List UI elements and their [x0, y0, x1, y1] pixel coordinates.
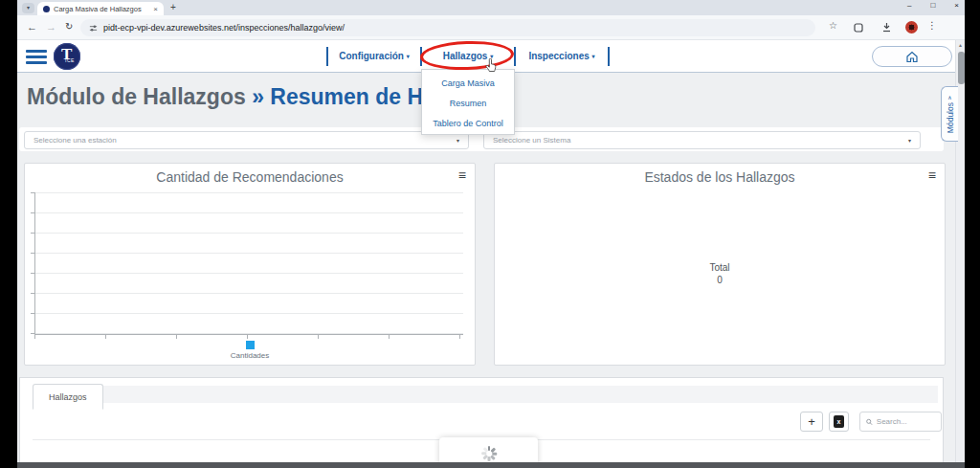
window-minimize-button[interactable]: – — [907, 1, 911, 10]
search-input[interactable] — [877, 417, 935, 426]
url-text: pidt-ecp-vpi-dev.azurewebsites.net/inspe… — [103, 23, 345, 33]
bar-chart-plot-area — [34, 192, 463, 334]
chevron-down-icon: ▾ — [908, 137, 911, 144]
chart-menu-icon[interactable]: ≡ — [928, 167, 936, 183]
window-maximize-button[interactable]: □ — [930, 1, 935, 10]
search-icon — [866, 418, 873, 426]
page-title-module: Módulo de Hallazgos — [27, 84, 246, 109]
site-info-icon[interactable] — [89, 24, 98, 33]
scroll-up-icon[interactable]: ▲ — [956, 42, 965, 48]
home-button[interactable] — [872, 46, 952, 67]
browser-toolbar: ← → ↻ pidt-ecp-vpi-dev.azurewebsites.net… — [17, 15, 965, 40]
logo-subtext: ICE — [65, 57, 75, 63]
nav-separator — [608, 47, 610, 66]
export-excel-button[interactable]: x — [829, 412, 849, 432]
bottom-strip — [17, 462, 965, 468]
tab-bar-filler — [101, 386, 938, 403]
nav-item-configuracion[interactable]: Configuración ▾ — [329, 51, 419, 61]
bookmark-star-icon[interactable]: ☆ — [829, 20, 837, 31]
scrollbar-thumb[interactable] — [958, 52, 965, 84]
total-value: 0 — [495, 274, 945, 286]
collapse-chevron-icon: ∧ — [947, 94, 951, 100]
station-select-placeholder: Seleccione una estación — [33, 136, 117, 145]
chart-legend[interactable]: Cantidades — [25, 341, 475, 360]
profile-avatar[interactable] — [905, 21, 918, 33]
system-select-placeholder: Seleccione un Sistema — [493, 136, 570, 145]
back-icon[interactable]: ← — [27, 21, 37, 33]
system-select[interactable]: Seleccione un Sistema ▾ — [483, 131, 921, 149]
cursor-pointer-icon — [485, 58, 497, 77]
tab-title: Carga Masiva de Hallazgos — [54, 5, 149, 13]
window-close-button[interactable]: × — [954, 1, 959, 10]
chart-title: Estados de los Hallazgos — [495, 169, 945, 185]
recommendations-chart-panel: Cantidad de Recomendaciones ≡ Cantidades — [24, 163, 476, 366]
tab-close-icon[interactable]: × — [153, 5, 158, 13]
pie-center-total: Total 0 — [495, 261, 945, 286]
states-chart-panel: Estados de los Hallazgos ≡ Total 0 — [494, 163, 946, 366]
home-icon — [905, 51, 919, 63]
tab-hallazgos[interactable]: Hallazgos — [33, 384, 103, 410]
menu-item-resumen[interactable]: Resumen — [422, 93, 514, 113]
grid-search — [859, 412, 942, 432]
menu-item-tablero-de-control[interactable]: Tablero de Control — [422, 113, 514, 133]
page-title-separator: » — [252, 84, 264, 109]
excel-file-icon: x — [834, 415, 844, 428]
menu-item-carga-masiva[interactable]: Carga Masiva — [422, 73, 514, 93]
window-controls: – □ × — [907, 1, 959, 10]
screen-frame: ▾ Carga Masiva de Hallazgos × + – □ × ← … — [0, 0, 980, 468]
hallazgos-dropdown-menu: Carga Masiva Resumen Tablero de Control — [421, 69, 515, 135]
add-button[interactable]: + — [800, 412, 823, 432]
chevron-down-icon: ▾ — [457, 137, 459, 144]
new-tab-button[interactable]: + — [170, 2, 176, 12]
station-select[interactable]: Seleccione una estación ▾ — [24, 131, 469, 149]
legend-marker-icon — [246, 341, 255, 349]
tab-search-icon[interactable]: ▾ — [22, 3, 34, 13]
tice-logo: T ICE — [54, 43, 80, 70]
tab-favicon — [43, 6, 50, 12]
browser-tab[interactable]: Carga Masiva de Hallazgos × — [37, 2, 164, 15]
total-label: Total — [495, 261, 945, 274]
forward-icon[interactable]: → — [46, 21, 56, 33]
chart-menu-icon[interactable]: ≡ — [458, 167, 466, 183]
browser-window: ▾ Carga Masiva de Hallazgos × + – □ × ← … — [17, 0, 965, 468]
download-icon[interactable] — [881, 22, 892, 33]
browser-menu-icon[interactable]: ⋮ — [927, 20, 937, 31]
tab-groups-icon[interactable] — [854, 23, 863, 33]
address-bar[interactable]: pidt-ecp-vpi-dev.azurewebsites.net/inspe… — [80, 19, 815, 36]
modules-tab-label: Módulos — [946, 102, 955, 133]
loading-spinner-icon — [481, 446, 497, 461]
modules-side-tab[interactable]: ∧ Módulos — [941, 86, 958, 142]
chart-title: Cantidad de Recomendaciones — [25, 169, 475, 185]
x-axis — [34, 334, 463, 339]
chevron-down-icon: ▾ — [407, 54, 410, 59]
reload-icon[interactable]: ↻ — [65, 21, 73, 32]
nav-separator — [326, 47, 328, 66]
browser-tab-strip: ▾ Carga Masiva de Hallazgos × + – □ × — [17, 0, 965, 15]
chevron-down-icon: ▾ — [592, 54, 595, 59]
legend-label: Cantidades — [231, 351, 269, 360]
hamburger-menu-icon[interactable] — [26, 50, 47, 64]
nav-item-inspecciones[interactable]: Inspecciones ▾ — [517, 51, 607, 61]
nav-separator — [514, 47, 516, 66]
